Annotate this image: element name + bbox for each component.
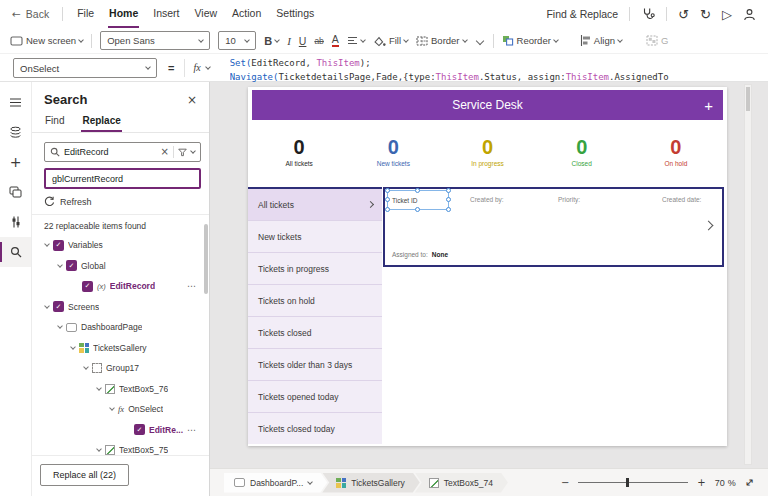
tree-row-dashboardpage[interactable]: DashboardPage: [32, 317, 209, 338]
resize-handle[interactable]: [385, 188, 390, 193]
menu-item-tickets-on-hold[interactable]: Tickets on hold: [248, 285, 382, 317]
menu-item-tickets-opened-today[interactable]: Tickets opened today: [248, 381, 382, 413]
chevron-down-icon[interactable]: [57, 323, 63, 329]
replace-all-button[interactable]: Replace all (22): [40, 464, 129, 486]
zoom-out-button[interactable]: −: [561, 478, 569, 488]
app-page[interactable]: Service Desk + 0All tickets0New tickets0…: [248, 87, 727, 446]
tree-row-editrecord[interactable]: ✓(x)EditRecord⋯: [32, 276, 209, 297]
menu-item-tickets-closed-today[interactable]: Tickets closed today: [248, 413, 382, 444]
checkbox-checked[interactable]: ✓: [82, 281, 93, 292]
data-sources-icon[interactable]: [0, 117, 31, 147]
zoom-slider-thumb[interactable]: [626, 478, 629, 487]
more-icon[interactable]: ⋯: [187, 425, 197, 435]
resize-handle[interactable]: [446, 197, 451, 202]
breadcrumb-item-textbox5-74[interactable]: TextBox5_74: [415, 473, 508, 493]
insert-icon[interactable]: +: [0, 147, 31, 177]
resize-handle[interactable]: [385, 207, 390, 212]
reorder-button[interactable]: Reorder: [502, 35, 558, 46]
breadcrumb-item-ticketsgallery[interactable]: TicketsGallery: [322, 473, 420, 493]
strikethrough-button[interactable]: ab: [314, 36, 323, 46]
chevron-down-icon[interactable]: [109, 405, 115, 411]
tab-find[interactable]: Find: [44, 112, 65, 132]
chevron-down-icon[interactable]: [83, 364, 89, 370]
app-checker-icon[interactable]: [641, 7, 655, 21]
close-icon[interactable]: ×: [187, 94, 197, 106]
tree-row-screens[interactable]: ✓Screens: [32, 297, 209, 318]
redo-icon[interactable]: ↻: [700, 8, 711, 21]
menu-file[interactable]: File: [76, 0, 95, 28]
panel-scrollbar[interactable]: [204, 224, 208, 294]
menu-action[interactable]: Action: [231, 0, 262, 28]
fx-dropdown[interactable]: fx: [193, 62, 209, 73]
chevron-down-icon[interactable]: [96, 385, 102, 391]
bold-button[interactable]: B: [264, 35, 279, 47]
media-icon[interactable]: [0, 177, 31, 207]
back-button[interactable]: ← Back: [12, 8, 49, 20]
new-screen-button[interactable]: New screen: [10, 35, 83, 46]
resize-handle[interactable]: [385, 197, 390, 202]
menu-item-all-tickets[interactable]: All tickets: [248, 189, 382, 221]
tree-row-onselect[interactable]: fxOnSelect: [32, 399, 209, 420]
tree-row-variables[interactable]: ✓Variables: [32, 235, 209, 256]
resize-handle[interactable]: [415, 188, 420, 193]
canvas-scrollbar[interactable]: [744, 84, 752, 465]
fill-button[interactable]: Fill: [373, 35, 408, 47]
clear-icon[interactable]: ×: [161, 147, 169, 157]
font-family-select[interactable]: Open Sans: [100, 31, 210, 50]
checkbox-checked[interactable]: ✓: [53, 301, 64, 312]
tab-replace[interactable]: Replace: [81, 112, 121, 132]
checkbox-checked[interactable]: ✓: [66, 260, 77, 271]
scrollbar-thumb[interactable]: [746, 87, 750, 111]
chevron-down-icon[interactable]: [44, 303, 50, 309]
tree-view-icon[interactable]: [0, 87, 31, 117]
font-color-button[interactable]: A: [332, 34, 339, 47]
checkbox-checked[interactable]: ✓: [134, 424, 145, 435]
menu-item-tickets-older-than-3-days[interactable]: Tickets older than 3 days: [248, 349, 382, 381]
account-icon[interactable]: [743, 8, 756, 21]
menu-item-new-tickets[interactable]: New tickets: [248, 221, 382, 253]
resize-handle[interactable]: [415, 207, 420, 212]
add-ticket-icon[interactable]: +: [704, 97, 713, 114]
font-size-select[interactable]: 10: [218, 31, 256, 50]
more-formatting-chevron-icon[interactable]: [475, 36, 483, 44]
filter-icon[interactable]: [178, 148, 187, 157]
fit-to-window-icon[interactable]: ↔: [742, 475, 756, 489]
menu-view[interactable]: View: [194, 0, 219, 28]
breadcrumb-item-dashboardp[interactable]: DashboardP...: [224, 473, 327, 493]
chevron-down-icon[interactable]: [190, 148, 196, 154]
chevron-down-icon[interactable]: [70, 344, 76, 350]
tickets-gallery[interactable]: Ticket ID Created by: Priority: Created …: [383, 187, 724, 267]
underline-button[interactable]: U: [299, 35, 307, 47]
resize-handle[interactable]: [446, 188, 451, 193]
menu-insert[interactable]: Insert: [152, 0, 180, 28]
tree-row-textbox5-76[interactable]: TextBox5_76: [32, 379, 209, 400]
search-input[interactable]: EditRecord ×: [44, 142, 201, 162]
zoom-slider[interactable]: [578, 477, 688, 488]
refresh-button[interactable]: Refresh: [44, 196, 197, 207]
menu-item-tickets-closed[interactable]: Tickets closed: [248, 317, 382, 349]
selected-textbox[interactable]: Ticket ID: [387, 190, 449, 210]
search-panel-icon[interactable]: [0, 237, 31, 267]
zoom-in-button[interactable]: +: [697, 478, 705, 488]
menu-home[interactable]: Home: [108, 0, 139, 28]
advanced-tools-icon[interactable]: [0, 207, 31, 237]
tree-row-ticketsgallery[interactable]: TicketsGallery: [32, 338, 209, 359]
gallery-next-chevron-icon[interactable]: [704, 221, 714, 231]
tree-row-textbox5-75[interactable]: TextBox5_75: [32, 440, 209, 455]
resize-handle[interactable]: [446, 207, 451, 212]
more-icon[interactable]: ⋯: [187, 281, 197, 291]
tree-row-global[interactable]: ✓Global: [32, 256, 209, 277]
border-button[interactable]: Border: [416, 35, 467, 46]
undo-icon[interactable]: ↺: [678, 8, 689, 21]
menu-settings[interactable]: Settings: [275, 0, 315, 28]
app-header[interactable]: Service Desk +: [252, 90, 723, 120]
italic-button[interactable]: I: [287, 35, 291, 47]
align-button[interactable]: Align: [580, 35, 622, 46]
property-select[interactable]: OnSelect: [13, 58, 157, 78]
chevron-down-icon[interactable]: [57, 262, 63, 268]
tree-row-editre[interactable]: ✓EditRe...⋯: [32, 420, 209, 441]
play-icon[interactable]: ▷: [722, 8, 732, 21]
replace-input[interactable]: gblCurrentRecord: [44, 168, 201, 189]
tree-row-group17[interactable]: Group17: [32, 358, 209, 379]
chevron-down-icon[interactable]: [96, 446, 102, 452]
